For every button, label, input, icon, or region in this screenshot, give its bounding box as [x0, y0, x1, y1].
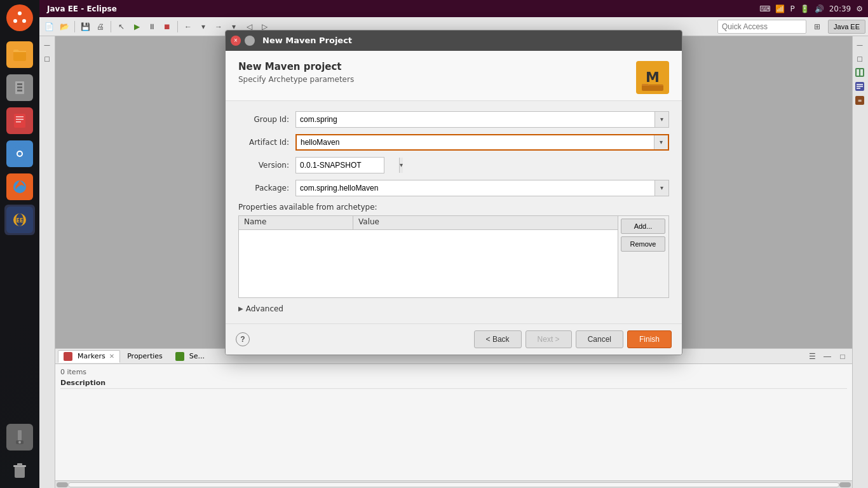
- scroll-right-btn[interactable]: [839, 482, 851, 487]
- keyboard-icon: ⌨: [759, 4, 770, 13]
- restore-right-btn[interactable]: □: [854, 53, 865, 64]
- servers-tab-icon: [175, 352, 184, 361]
- properties-icon[interactable]: [854, 81, 865, 92]
- items-count: 0 items: [60, 367, 847, 377]
- ubuntu-button[interactable]: [4, 3, 35, 33]
- bottom-panel-maximize-btn[interactable]: □: [836, 349, 850, 363]
- snippet-icon[interactable]: ≡: [854, 95, 865, 106]
- java-ee-perspective-btn[interactable]: Java EE: [828, 20, 865, 34]
- artifact-id-input[interactable]: [297, 135, 654, 149]
- usb-button[interactable]: [4, 422, 35, 452]
- pause-btn[interactable]: ⏸: [145, 20, 159, 34]
- help-button[interactable]: ?: [236, 332, 250, 346]
- left-side-panel: — □: [39, 36, 55, 488]
- eclipse-button[interactable]: EE: [4, 205, 35, 235]
- pi-icon: P: [790, 4, 794, 13]
- back-dropdown[interactable]: ▾: [196, 20, 210, 34]
- svg-point-15: [18, 152, 22, 156]
- dialog-footer: ? < Back Next > Cancel Finish: [226, 323, 682, 355]
- markers-tab-close[interactable]: ✕: [109, 353, 114, 360]
- markers-tab[interactable]: Markers ✕: [58, 350, 120, 363]
- bottom-panel-controls: ☰ — □: [805, 349, 850, 363]
- minimize-right-btn[interactable]: —: [854, 39, 865, 50]
- dialog-titlebar: × New Maven Project: [226, 30, 682, 51]
- svg-point-2: [13, 19, 17, 23]
- top-menubar: Java EE - Eclipse ⌨ 📶 P 🔋 🔊 20:39 ⚙: [39, 0, 868, 17]
- bottom-panel-menu-btn[interactable]: ☰: [805, 349, 819, 363]
- svg-rect-11: [16, 119, 24, 120]
- quick-access-area: ⊞ Java EE: [717, 20, 865, 34]
- scroll-track[interactable]: [68, 482, 839, 487]
- dock: EE: [0, 0, 39, 488]
- settings-icon[interactable]: ⚙: [856, 4, 863, 13]
- cancel-button[interactable]: Cancel: [576, 330, 623, 348]
- package-input[interactable]: [296, 180, 654, 196]
- properties-table-main: Name Value: [239, 216, 618, 297]
- version-input[interactable]: [296, 161, 399, 170]
- cursor-btn[interactable]: ↖: [114, 20, 128, 34]
- artifact-id-label: Artifact Id:: [238, 138, 295, 147]
- stop-btn[interactable]: ⏹: [160, 20, 174, 34]
- app-title: Java EE - Eclipse: [39, 4, 125, 13]
- artifact-id-input-wrap: ▾: [295, 134, 669, 151]
- next-button[interactable]: Next >: [526, 330, 572, 348]
- new-btn[interactable]: 📄: [42, 20, 56, 34]
- forward-btn[interactable]: →: [212, 20, 226, 34]
- bottom-panel-minimize-btn[interactable]: —: [820, 349, 834, 363]
- dialog-body: Group Id: ▾ Artifact Id:: [226, 101, 682, 323]
- artifact-id-dropdown[interactable]: ▾: [654, 135, 668, 149]
- files-icon: [6, 41, 33, 68]
- description-col: Description: [60, 379, 105, 387]
- svg-point-22: [18, 441, 21, 444]
- right-side-panel: — □: [852, 36, 868, 488]
- toolbar-separator-1: [74, 21, 75, 32]
- group-id-dropdown[interactable]: ▾: [654, 112, 668, 127]
- add-property-btn[interactable]: Add...: [621, 219, 665, 234]
- new-maven-project-dialog: × New Maven Project New Maven project Sp…: [225, 30, 682, 355]
- palette-icon[interactable]: [854, 67, 865, 78]
- svg-text:≡: ≡: [858, 98, 862, 104]
- properties-tab[interactable]: Properties: [121, 350, 168, 363]
- texteditor-button[interactable]: [4, 105, 35, 136]
- servers-tab[interactable]: Se...: [170, 350, 210, 363]
- dialog-header-title: New Maven project: [238, 61, 354, 72]
- firefox-button[interactable]: [4, 172, 35, 202]
- markers-tab-icon: [64, 352, 72, 361]
- archive-button[interactable]: [4, 72, 35, 103]
- svg-rect-12: [16, 121, 21, 123]
- save-btn[interactable]: 💾: [78, 20, 92, 34]
- package-dropdown[interactable]: ▾: [654, 180, 668, 196]
- dialog-header: New Maven project Specify Archetype para…: [226, 51, 682, 101]
- version-input-wrap: ▾: [295, 157, 384, 173]
- open-btn[interactable]: 📂: [57, 20, 71, 34]
- eclipse-icon: EE: [6, 207, 33, 233]
- restore-left-btn[interactable]: □: [41, 53, 53, 64]
- version-dropdown[interactable]: ▾: [399, 158, 403, 173]
- group-id-row: Group Id: ▾: [238, 111, 669, 128]
- scroll-left-btn[interactable]: [57, 482, 68, 487]
- volume-icon: 🔊: [815, 4, 824, 13]
- finish-button[interactable]: Finish: [627, 330, 672, 348]
- chromium-button[interactable]: [4, 139, 35, 169]
- bottom-scrollbar[interactable]: [55, 480, 852, 488]
- chromium-icon: [6, 140, 33, 167]
- run-btn[interactable]: ▶: [130, 20, 144, 34]
- group-id-input[interactable]: [296, 112, 654, 127]
- back-btn[interactable]: ←: [181, 20, 195, 34]
- dialog-minimize-btn[interactable]: [245, 36, 255, 46]
- remove-property-btn[interactable]: Remove: [621, 236, 665, 252]
- open-perspective-btn[interactable]: ⊞: [810, 20, 824, 34]
- svg-rect-25: [17, 463, 22, 466]
- files-button[interactable]: [4, 39, 35, 70]
- minimize-left-btn[interactable]: —: [41, 39, 53, 50]
- back-button[interactable]: < Back: [474, 330, 522, 348]
- print-btn[interactable]: 🖨: [93, 20, 107, 34]
- artifact-id-row: Artifact Id: ▾: [238, 134, 669, 151]
- advanced-section[interactable]: ▶ Advanced: [238, 304, 669, 313]
- svg-rect-8: [17, 90, 22, 92]
- quick-access-input[interactable]: [717, 20, 806, 34]
- dialog-close-btn[interactable]: ×: [231, 36, 241, 46]
- svg-rect-31: [860, 69, 863, 76]
- properties-table-body[interactable]: [239, 230, 618, 297]
- trash-button[interactable]: [4, 455, 35, 485]
